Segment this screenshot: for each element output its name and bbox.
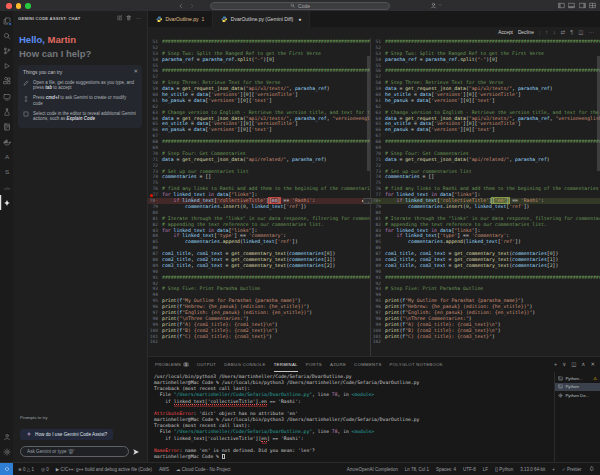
panel-action-4[interactable]: ✕ (590, 362, 595, 368)
status-build-task[interactable]: ▶ C/C++: g++ build and debug active file… (56, 467, 152, 472)
status-aws[interactable]: AWS (159, 467, 169, 472)
send-icon[interactable] (132, 448, 140, 456)
activity-item-testing[interactable] (0, 104, 13, 119)
activity-bar: AS</> (0, 11, 13, 462)
status-indentation[interactable]: Spaces: 4 (436, 467, 456, 472)
status-python-version[interactable]: 3.13.0 64-bit (520, 467, 545, 472)
editor-tab-1[interactable]: DvarOutline.py (Gemini Diff)● (213, 11, 310, 27)
panel-action-1[interactable]: ∨ (562, 362, 566, 368)
cursor-icon (23, 96, 29, 102)
diff-toolbar-icon-5[interactable]: ··· (589, 30, 595, 36)
panel-tab-output[interactable]: OUTPUT (197, 357, 216, 372)
gemini-chat-input[interactable] (20, 446, 129, 457)
layout-right-icon[interactable] (579, 2, 586, 9)
status-encoding[interactable]: UTF-8 (463, 467, 476, 472)
status-problems[interactable]: ⊗ 0 △ 1 (18, 467, 34, 472)
diff-editors: 51######################################… (148, 38, 600, 356)
card-item-text: Press cmd+I to ask Gemini to create or m… (33, 95, 137, 106)
traffic-light-1[interactable] (16, 3, 22, 9)
close-icon[interactable]: ✕ (133, 68, 138, 74)
activity-item-source-control[interactable] (0, 43, 13, 58)
bell-icon (589, 466, 595, 472)
dirty-indicator-icon[interactable]: ● (298, 16, 301, 22)
activity-item-extensions[interactable] (0, 74, 13, 89)
status-add-item[interactable]: + (552, 467, 555, 472)
panel-action-3[interactable]: ∧ (581, 362, 585, 368)
code-line-right-102[interactable]: 102 (371, 339, 600, 345)
panel-tab-debug-console[interactable]: DEBUG CONSOLE (224, 357, 265, 372)
trash-icon[interactable] (126, 15, 132, 21)
diff-toolbar: Accept Decline | ↑↓⇄¶◫··· (148, 27, 600, 38)
activity-item-letter-a[interactable]: A (0, 150, 13, 165)
status-cloud-code[interactable]: ☁ Cloud Code - No Project (176, 467, 231, 472)
status-eol[interactable]: LF (483, 467, 488, 472)
nav-back-button[interactable] (178, 0, 184, 11)
search-text: Code (298, 3, 310, 9)
scrollbar-left[interactable] (367, 56, 370, 171)
terminal-list-sidebar: Python...⚠PythonPython De... (554, 372, 600, 462)
scrollbar-right[interactable] (597, 56, 600, 171)
layout-bottom-icon[interactable] (568, 2, 575, 9)
layout-left-icon[interactable] (558, 2, 565, 9)
traffic-light-2[interactable] (25, 3, 31, 9)
diff-toolbar-icon-2[interactable]: ⇄ (561, 30, 566, 36)
status-prettier[interactable]: ✓ Prettier (562, 467, 582, 472)
accept-button[interactable]: Accept (498, 30, 513, 35)
editor-tab-0[interactable]: DvarOutline.py1 (148, 11, 213, 27)
nav-forward-button[interactable] (189, 0, 195, 11)
panel-tab-azure[interactable]: AZURE (330, 357, 346, 372)
status-azure-openai[interactable]: AzureOpenAI Completion (347, 467, 398, 472)
activity-item-explorer[interactable] (0, 13, 13, 28)
terminal-output[interactable]: /usr/local/bin/python3 /Users/martinhell… (148, 372, 554, 462)
panel-actions: +∨◫∧✕ (554, 362, 595, 368)
panel-tab-comments[interactable]: COMMENTS (354, 357, 381, 372)
new-chat-icon[interactable] (117, 15, 123, 21)
terminal-icon (558, 376, 563, 381)
panel-tab-terminal[interactable]: TERMINAL (274, 357, 298, 372)
panel-tab-polyglot-notebook[interactable]: POLYGLOT NOTEBOOK (390, 357, 443, 372)
activity-item-remote-explorer[interactable] (0, 89, 13, 104)
activity-item-account[interactable] (0, 430, 13, 445)
terminal-list-item[interactable]: Python De... (555, 391, 600, 400)
chat-greeting: Hello, Martin How can I help? (13, 25, 147, 59)
panel-tab-problems[interactable]: PROBLEMS1 (155, 357, 189, 372)
activity-item-settings-gear[interactable] (0, 445, 13, 460)
diff-toolbar-icon-0[interactable]: ↑ (545, 30, 548, 36)
status-ports[interactable]: ◎ 0 (41, 467, 49, 472)
prompt-suggestion-chip[interactable]: How do I use Gemini Code Assist? (20, 429, 113, 440)
traffic-light-0[interactable] (6, 3, 12, 9)
diff-revert-arrow[interactable]: → (363, 198, 372, 204)
breakpoint-dot[interactable] (150, 194, 153, 197)
more-options-button[interactable]: ··· (136, 15, 143, 21)
activity-item-run-debug[interactable] (0, 59, 13, 74)
status-bar: ⊗ 0 △ 1◎ 0▶ C/C++: g++ build and debug a… (0, 462, 600, 475)
panel-action-0[interactable]: + (554, 362, 557, 368)
editor-area: DvarOutline.py1DvarOutline.py (Gemini Di… (148, 11, 600, 462)
command-center-search[interactable]: Code (210, 2, 390, 10)
layout-grid-icon[interactable] (589, 2, 596, 9)
activity-item-docker[interactable] (0, 135, 13, 150)
status-notifications[interactable] (589, 466, 595, 472)
account-menu[interactable] (430, 2, 442, 9)
terminal-list-item[interactable]: Python...⚠ (555, 374, 600, 383)
card-item: Press cmd+I to ask Gemini to create or m… (23, 95, 137, 106)
activity-item-code-tools[interactable]: </> (0, 180, 13, 195)
diff-toolbar-icon-1[interactable]: ↓ (553, 30, 556, 36)
chevron-down-icon (438, 3, 442, 7)
activity-item-letter-s[interactable]: S (0, 165, 13, 180)
settings-gear-icon (558, 393, 563, 398)
terminal-list-item[interactable]: Python (555, 383, 600, 392)
line-number: 102 (371, 339, 385, 345)
activity-item-search[interactable] (0, 28, 13, 43)
diff-toolbar-icon-3[interactable]: ¶ (570, 30, 573, 36)
diff-toolbar-icon-4[interactable]: ◫ (578, 30, 583, 36)
remote-indicator[interactable] (0, 463, 13, 475)
code-line-left-102[interactable]: 102 (148, 339, 370, 345)
status-cursor-position[interactable]: Ln 78, Col 1 (405, 467, 429, 472)
activity-item-notebook[interactable] (0, 119, 13, 134)
status-language-mode[interactable]: {} Python (495, 467, 513, 472)
panel-action-2[interactable]: ◫ (571, 362, 576, 368)
activity-item-gemini[interactable] (0, 195, 13, 210)
decline-button[interactable]: Decline (518, 30, 534, 35)
panel-tab-ports[interactable]: PORTS (306, 357, 322, 372)
